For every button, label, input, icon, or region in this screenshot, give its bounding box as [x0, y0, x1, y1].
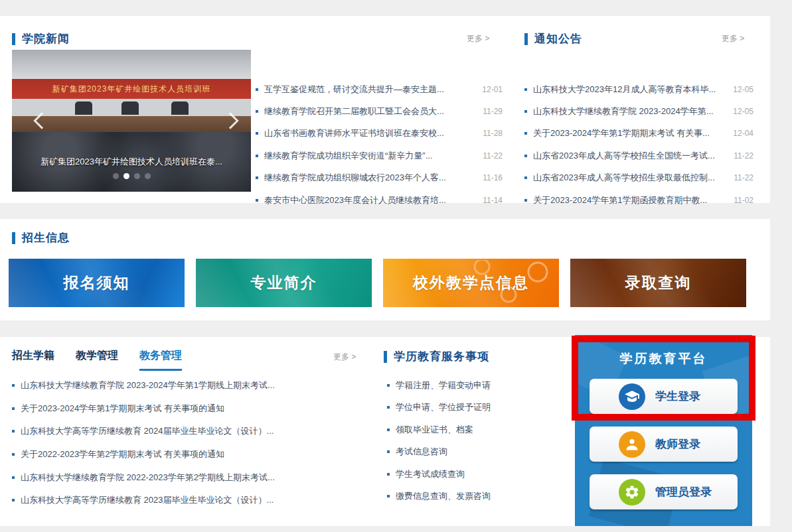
carousel-photo-person [75, 101, 92, 115]
tab-admission-enrollment[interactable]: 招生学籍 [12, 349, 54, 371]
info-item[interactable]: 关于2023-2024学年第1学期期末考试 有关事项的通知 [12, 397, 324, 421]
notice-item-title: 山东科技大学继续教育学院 2023-2024学年第... [533, 105, 725, 117]
service-item-title: 学生考试成绩查询 [396, 468, 573, 480]
notice-item-date: 12-05 [733, 85, 753, 94]
news-item-title: 泰安市中心医院2023年度会计人员继续教育培... [264, 194, 475, 206]
news-item-date: 11-16 [483, 173, 503, 182]
service-item[interactable]: 学生考试成绩查询 [387, 463, 573, 486]
bullet-icon [12, 407, 15, 410]
tab-teaching-management[interactable]: 教学管理 [76, 349, 118, 371]
bullet-icon [12, 499, 15, 501]
admissions-banner[interactable]: 专业简介 [196, 259, 372, 307]
carousel-dot[interactable] [113, 173, 119, 179]
news-item[interactable]: 互学互鉴促规范，研讨交流共提升—泰安主题... 12-01 [256, 78, 503, 100]
tab-academic-affairs[interactable]: 教务管理 [139, 349, 182, 371]
service-item[interactable]: 考试信息咨询 [387, 441, 573, 464]
bullet-icon [256, 155, 258, 157]
carousel-caption[interactable]: 新矿集团2023年矿井绘图技术人员培训班在泰... [12, 156, 251, 168]
bullet-icon [387, 384, 390, 387]
bullet-icon [12, 476, 15, 479]
service-item-title: 学籍注册、学籍变动申请 [396, 379, 573, 391]
news-item-date: 12-01 [482, 85, 503, 94]
bullet-icon [524, 199, 527, 202]
news-item-title: 继续教育学院成功组织聊城农行2023年个人客... [264, 172, 475, 184]
news-item[interactable]: 泰安市中心医院2023年度会计人员继续教育培... 11-14 [256, 189, 503, 211]
notice-item-title: 山东科技大学2023年12月成人高等教育本科毕... [533, 84, 725, 96]
admin-login-button[interactable]: 管理员登录 [590, 474, 738, 509]
services-list: 学籍注册、学籍变动申请 学位申请、学位授予证明 领取毕业证书、档案 考试信息咨询… [387, 374, 573, 507]
news-item-date: 11-22 [483, 151, 503, 161]
service-item[interactable]: 领取毕业证书、档案 [387, 419, 573, 441]
info-item[interactable]: 山东科技大学高等学历继续教育 2024届毕业生毕业论文（设计）... [12, 420, 324, 443]
carousel-photo-ceiling [12, 50, 251, 79]
news-item[interactable]: 继续教育学院召开第二届教职工暨工会会员大... 11-29 [256, 100, 503, 122]
news-item-date: 11-14 [483, 196, 503, 205]
info-item[interactable]: 山东科技大学高等学历继续教育 2023届毕业生毕业论文（设计）... [12, 489, 324, 512]
bullet-icon [387, 450, 390, 453]
news-section-header: 学院新闻 [12, 31, 70, 46]
notice-item[interactable]: 山东省2023年成人高等学校招生录取最低控制... 11-22 [524, 167, 753, 189]
notices-section-title: 通知公告 [534, 31, 582, 46]
carousel-dot-active[interactable] [123, 173, 129, 179]
news-item-title: 继续教育学院成功组织辛安街道“新辛力量”... [264, 150, 475, 162]
notice-item[interactable]: 山东省2023年成人高等学校招生全国统一考试... 11-22 [524, 145, 753, 166]
notice-item-date: 12-05 [733, 107, 753, 116]
info-item[interactable]: 山东科技大学继续教育学院 2022-2023学年第2学期线上期末考试... [12, 466, 324, 489]
info-item-title: 山东科技大学继续教育学院 2023-2024学年第1学期线上期末考试... [21, 379, 324, 391]
news-item[interactable]: 继续教育学院成功组织聊城农行2023年个人客... 11-16 [256, 167, 503, 189]
notices-list: 山东科技大学2023年12月成人高等教育本科毕... 12-05 山东科技大学继… [524, 78, 753, 211]
notices-more-link[interactable]: 更多 > [722, 33, 744, 44]
bullet-icon [524, 110, 527, 113]
news-more-link[interactable]: 更多 > [467, 33, 489, 44]
notice-item[interactable]: 山东科技大学2023年12月成人高等教育本科毕... 12-05 [524, 78, 753, 100]
news-carousel[interactable]: 新矿集团2023年矿井绘图技术人员培训班 新矿集团2023年矿井绘图技术人员培训… [12, 50, 251, 192]
header-accent-bar [524, 33, 528, 45]
service-item-title: 学位申请、学位授予证明 [396, 401, 573, 413]
notice-item[interactable]: 关于2023-2024学年第1学期期末考试 有关事... 12-04 [524, 123, 753, 145]
news-section-title: 学院新闻 [22, 31, 70, 46]
service-item[interactable]: 缴费信息查询、发票咨询 [387, 486, 573, 508]
info-item-title: 关于2022-2023学年第2学期期末考试 有关事项的通知 [21, 448, 324, 460]
header-accent-bar [384, 351, 387, 363]
bullet-icon [387, 473, 390, 476]
graduation-cap-icon [619, 383, 645, 410]
notices-section-header: 通知公告 [524, 31, 582, 46]
bullet-icon [387, 495, 390, 498]
service-item-title: 领取毕业证书、档案 [396, 424, 573, 436]
notice-item-title: 山东省2023年成人高等学校招生全国统一考试... [533, 150, 726, 162]
admissions-banner[interactable]: 报名须知 [9, 259, 185, 307]
admissions-banner-label: 录取查询 [625, 273, 692, 293]
bullet-icon [256, 176, 258, 179]
news-item-date: 11-29 [483, 107, 503, 116]
bullet-icon [256, 132, 258, 135]
notice-item-date: 11-02 [734, 196, 753, 205]
notice-item-title: 山东省2023年成人高等学校招生录取最低控制... [533, 172, 726, 184]
info-item-title: 山东科技大学高等学历继续教育 2023届毕业生毕业论文（设计）... [21, 494, 324, 506]
admissions-banner[interactable]: 校外教学点信息 [383, 259, 559, 307]
student-login-button[interactable]: 学生登录 [590, 379, 738, 414]
info-more-link[interactable]: 更多 > [333, 352, 356, 363]
bullet-icon [256, 88, 258, 91]
carousel-dot[interactable] [134, 173, 140, 179]
teacher-icon [619, 431, 645, 458]
header-accent-bar [12, 232, 15, 244]
admissions-banner[interactable]: 录取查询 [570, 259, 746, 307]
bullet-icon [524, 132, 527, 135]
news-item-title: 山东省书画教育讲师水平证书培训班在泰安校... [264, 127, 475, 139]
news-item[interactable]: 山东省书画教育讲师水平证书培训班在泰安校... 11-28 [256, 123, 503, 145]
admissions-section-title: 招生信息 [22, 230, 70, 245]
teacher-login-button[interactable]: 教师登录 [590, 427, 738, 462]
carousel-dot[interactable] [145, 173, 151, 179]
service-item[interactable]: 学位申请、学位授予证明 [387, 397, 573, 419]
info-item[interactable]: 关于2022-2023学年第2学期期末考试 有关事项的通知 [12, 443, 324, 466]
info-item[interactable]: 山东科技大学继续教育学院 2023-2024学年第1学期线上期末考试... [12, 374, 324, 397]
notice-item-date: 12-04 [733, 129, 753, 138]
news-item[interactable]: 继续教育学院成功组织辛安街道“新辛力量”... 11-22 [256, 145, 503, 166]
notice-item[interactable]: 关于2023-2024学年第1学期函授教育期中教... 11-02 [524, 189, 753, 211]
header-accent-bar [12, 33, 15, 45]
service-item[interactable]: 学籍注册、学籍变动申请 [387, 374, 573, 397]
notice-item[interactable]: 山东科技大学继续教育学院 2023-2024学年第... 12-05 [524, 100, 753, 122]
bullet-icon [387, 406, 390, 409]
carousel-photo-banner-text: 新矿集团2023年矿井绘图技术人员培训班 [12, 79, 251, 99]
degree-education-platform-panel: 学历教育平台 学生登录 教师登录 管理员登录 [575, 335, 752, 526]
